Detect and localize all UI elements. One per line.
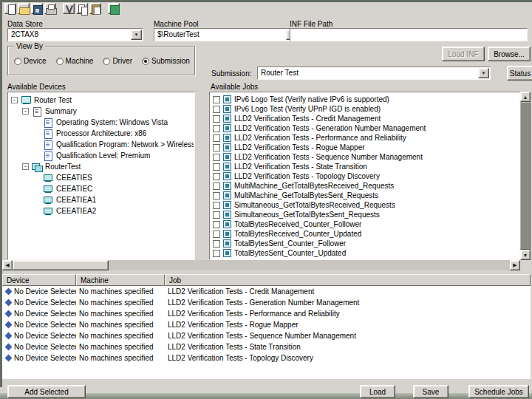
device-tree-panel: -Router Test-SummaryOperating System: Wi… — [7, 92, 195, 260]
scroll-left-icon[interactable] — [2, 260, 13, 270]
chevron-down-icon[interactable] — [131, 30, 142, 40]
cut-icon[interactable] — [63, 3, 75, 14]
load-inf-button[interactable]: Load INF — [442, 47, 485, 61]
tree-item[interactable]: Operating System: Windows Vista — [9, 117, 194, 128]
inf-file-path-input[interactable] — [290, 28, 528, 41]
submission-combobox[interactable]: Router Test — [257, 66, 491, 80]
table-row[interactable]: No Device SelectedNo machines specifiedL… — [2, 352, 531, 364]
scroll-right-icon[interactable] — [510, 260, 520, 270]
job-item[interactable]: TotalBytesReceived_Counter_Follower — [211, 219, 519, 229]
job-checkbox[interactable] — [213, 173, 220, 180]
job-item[interactable]: TotalBytesSent_Counter_Follower — [211, 239, 519, 248]
data-store-combobox[interactable]: 2CTAX8 — [7, 28, 143, 41]
job-item[interactable]: LLD2 Verification Tests - State Transiti… — [211, 162, 519, 171]
job-item[interactable]: LLD2 Verification Tests - Sequence Numbe… — [211, 152, 519, 162]
tree-item[interactable]: -RouterTest — [9, 161, 194, 172]
job-checkbox[interactable] — [213, 183, 220, 190]
job-checkbox[interactable] — [213, 192, 220, 200]
load-button[interactable]: Load — [360, 385, 395, 398]
table-row[interactable]: No Device SelectedNo machines specifiedL… — [2, 308, 531, 319]
job-icon — [223, 105, 231, 113]
tree-item[interactable]: -Summary — [9, 106, 194, 117]
job-checkbox[interactable] — [213, 154, 220, 161]
job-item[interactable]: MultiMachine_GetTotalBytesSent_Requests — [211, 191, 519, 200]
tree-item[interactable]: Qualification Program: Network > Wireles… — [9, 139, 194, 150]
table-row[interactable]: No Device SelectedNo machines specifiedL… — [2, 330, 531, 341]
job-item[interactable]: TotalBytesReceived_Counter_Updated — [211, 229, 519, 239]
tree-item[interactable]: Processor Architecture: x86 — [9, 128, 194, 139]
job-item[interactable]: Simultaneous_GetTotalBytesSent_Requests — [211, 210, 519, 219]
table-row[interactable]: No Device SelectedNo machines specifiedL… — [2, 341, 531, 352]
machine-pool-combobox[interactable]: $\RouterTest — [154, 28, 299, 41]
grid-header-job[interactable]: Job — [165, 274, 531, 286]
job-checkbox[interactable] — [213, 240, 220, 248]
table-row[interactable]: No Device SelectedNo machines specifiedL… — [2, 297, 531, 308]
tree-item[interactable]: CEEATIEA2 — [9, 205, 194, 216]
main-hscrollbar[interactable] — [2, 260, 520, 270]
viewby-option-driver[interactable]: Driver — [103, 57, 132, 65]
open-folder-icon[interactable] — [18, 3, 30, 14]
job-checkbox[interactable] — [213, 144, 220, 151]
tree-item[interactable]: Qualification Level: Premium — [9, 150, 194, 161]
grid-header-machine[interactable]: Machine — [76, 274, 165, 286]
run-icon[interactable] — [108, 3, 120, 14]
table-row[interactable]: No Device SelectedNo machines specifiedL… — [2, 286, 531, 297]
device-cell-text: No Device Selected — [14, 287, 76, 296]
job-item[interactable]: Simultaneous_GetTotalBytesReceived_Reque… — [211, 200, 519, 210]
tree-item[interactable]: -Router Test — [9, 95, 194, 106]
tree-expander-icon[interactable]: - — [22, 163, 29, 170]
job-item[interactable]: LLD2 Verification Tests - Topology Disco… — [211, 171, 519, 181]
job-label: TotalBytesReceived_Counter_Updated — [234, 230, 361, 238]
job-checkbox[interactable] — [213, 96, 220, 103]
status-button[interactable]: Status — [507, 66, 532, 81]
jobs-vscrollbar[interactable] — [520, 92, 531, 260]
scrollbar-thumb[interactable] — [520, 102, 531, 250]
job-checkbox[interactable] — [213, 134, 220, 142]
job-checkbox[interactable] — [213, 163, 220, 171]
job-item[interactable]: LLD2 Verification Tests - Generation Num… — [211, 123, 519, 133]
tree-item[interactable]: CEEATIEC — [9, 183, 194, 194]
paste-icon[interactable] — [89, 3, 101, 14]
job-checkbox[interactable] — [213, 202, 220, 209]
add-selected-button[interactable]: Add Selected — [7, 385, 86, 398]
copy-icon[interactable] — [76, 3, 88, 14]
job-item[interactable]: TotalBytesSent_Counter_Updated — [211, 248, 519, 258]
job-checkbox[interactable] — [213, 125, 220, 132]
job-checkbox[interactable] — [213, 221, 220, 228]
machine-cell: No machines specified — [76, 352, 165, 364]
job-item[interactable]: LLD2 Verification Tests - Rogue Mapper — [211, 143, 519, 152]
scroll-down-icon[interactable] — [520, 250, 531, 260]
viewby-option-machine[interactable]: Machine — [56, 57, 94, 65]
chevron-down-icon[interactable] — [478, 68, 489, 78]
job-cell: LLD2 Verification Tests - Sequence Numbe… — [165, 330, 531, 341]
job-checkbox[interactable] — [213, 250, 220, 257]
job-icon — [223, 249, 231, 257]
job-item[interactable]: LLD2 Verification Tests - Performance an… — [211, 133, 519, 143]
scroll-up-icon[interactable] — [520, 92, 531, 102]
new-document-icon[interactable] — [4, 3, 16, 14]
device-tree: -Router Test-SummaryOperating System: Wi… — [9, 93, 194, 259]
tree-expander-icon[interactable]: - — [22, 108, 29, 115]
job-item[interactable]: LLD2 Verification Tests - Credit Managem… — [211, 114, 519, 123]
table-row[interactable]: No Device SelectedNo machines specifiedL… — [2, 319, 531, 330]
viewby-option-device[interactable]: Device — [14, 57, 47, 65]
tree-item[interactable]: CEEATIES — [9, 172, 194, 183]
print-icon[interactable] — [44, 3, 56, 14]
job-checkbox[interactable] — [213, 231, 220, 238]
save-icon[interactable] — [31, 3, 43, 14]
job-item[interactable]: MultiMachine_GetTotalBytesReceived_Reque… — [211, 181, 519, 191]
tree-expander-icon[interactable]: - — [11, 97, 18, 103]
browse-button[interactable]: Browse... — [488, 47, 531, 61]
save-button[interactable]: Save — [413, 385, 449, 398]
job-checkbox[interactable] — [213, 211, 220, 219]
job-item[interactable]: IPv6 Logo Test (Verify native IPv6 is su… — [211, 95, 519, 104]
tree-item[interactable]: CEEATIEA1 — [9, 194, 194, 205]
viewby-option-submission[interactable]: Submission — [142, 57, 190, 65]
schedule-jobs-button[interactable]: Schedule Jobs — [468, 385, 529, 398]
grid-header: DeviceMachineJob — [2, 274, 531, 286]
scrollbar-thumb[interactable] — [13, 260, 109, 270]
grid-header-device[interactable]: Device — [2, 274, 76, 286]
job-item[interactable]: IPv6 Logo Test (Verify UPnP IGD is enabl… — [211, 104, 519, 114]
job-checkbox[interactable] — [213, 115, 220, 123]
job-checkbox[interactable] — [213, 106, 220, 113]
